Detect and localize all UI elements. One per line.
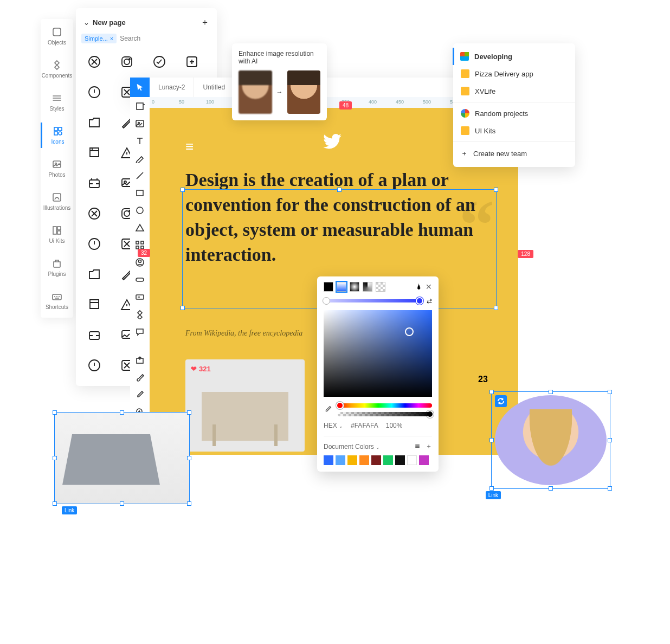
svg-rect-33 [137, 103, 143, 110]
fill-angular[interactable] [363, 282, 372, 292]
grid-icon[interactable] [149, 51, 170, 73]
rail-components[interactable]: Components [41, 56, 73, 82]
search-input[interactable] [120, 35, 211, 42]
hamburger-icon[interactable]: ≡ [185, 138, 195, 155]
grid-icon[interactable] [83, 203, 105, 224]
linked-avatar[interactable] [491, 391, 610, 489]
grid-icon[interactable] [83, 112, 105, 133]
add-page-button[interactable]: ＋ [201, 17, 209, 28]
swatch[interactable] [347, 455, 357, 465]
swatch-row [324, 455, 432, 465]
grid-icon[interactable] [83, 294, 105, 315]
input-tool-icon[interactable] [134, 291, 146, 303]
hex-value[interactable]: #FAFAFA [351, 422, 378, 429]
artboard-tool-icon[interactable] [134, 100, 146, 112]
grid-icon[interactable] [83, 172, 105, 194]
svg-rect-11 [53, 294, 61, 300]
close-icon[interactable]: ✕ [426, 282, 432, 291]
hue-slider[interactable] [338, 403, 432, 408]
rect-tool-icon[interactable] [134, 187, 146, 199]
gradient-stop-slider[interactable] [324, 299, 422, 302]
after-image [287, 70, 321, 114]
eyedrop-tool-icon[interactable] [134, 389, 146, 401]
team-item[interactable]: Random projects [453, 105, 575, 122]
grid-icon[interactable] [83, 355, 105, 376]
image-tool-icon[interactable] [134, 118, 146, 130]
team-item[interactable]: XVLife [453, 82, 575, 100]
grid-icon[interactable] [116, 51, 138, 73]
page-title[interactable]: New page [93, 18, 126, 27]
pen-tool-icon[interactable] [134, 152, 146, 164]
rail-shortcuts[interactable]: Shortcuts [41, 288, 73, 313]
color-picker: 🌢 ✕ ⇄ HEX ⌄ #FAFAFA 100% Document Colors… [317, 276, 439, 472]
filter-chip[interactable]: Simple...× [81, 34, 117, 43]
swap-icon[interactable]: ⇄ [427, 297, 432, 305]
tab-app[interactable]: Lunacy-2 [150, 78, 194, 97]
grid-icon[interactable] [83, 51, 105, 73]
alpha-value[interactable]: 100% [386, 422, 403, 429]
rail-plugins[interactable]: Plugins [41, 255, 73, 280]
swatch[interactable] [324, 455, 333, 465]
triangle-tool-icon[interactable] [134, 222, 146, 234]
grid-icon[interactable] [83, 233, 105, 255]
svg-point-35 [138, 123, 140, 124]
team-item[interactable]: Pizza Delivery app [453, 65, 575, 82]
avatar-tool-icon[interactable] [134, 256, 146, 268]
swatch[interactable] [359, 455, 369, 465]
fill-linear[interactable] [337, 282, 346, 292]
oval-tool-icon[interactable] [134, 204, 146, 216]
team-heading[interactable]: Developing [453, 48, 575, 65]
chevron-down-icon[interactable]: ⌄ [83, 18, 89, 27]
close-icon[interactable]: × [110, 35, 113, 42]
swatch[interactable] [371, 455, 381, 465]
swatch[interactable] [407, 455, 417, 465]
line-tool-icon[interactable] [134, 170, 146, 182]
tab-doc[interactable]: Untitled [194, 78, 234, 97]
swatch[interactable] [383, 455, 393, 465]
grid-icon[interactable] [83, 263, 105, 285]
add-swatch-icon[interactable]: ＋ [426, 442, 432, 451]
svg-point-43 [139, 260, 141, 263]
brush-tool-icon[interactable] [134, 371, 146, 383]
teams-dropdown: Developing Pizza Delivery app XVLife Ran… [453, 43, 575, 167]
text-tool-icon[interactable] [134, 135, 146, 147]
fill-pattern[interactable] [376, 282, 385, 292]
grid-icon[interactable] [181, 51, 203, 73]
list-view-icon[interactable]: ≣ [415, 442, 420, 451]
eyedropper-icon[interactable] [324, 405, 333, 415]
ink-icon[interactable]: 🌢 [416, 283, 422, 291]
swatch[interactable] [395, 455, 405, 465]
image-card[interactable]: ❤321 [185, 359, 305, 452]
button-tool-icon[interactable] [134, 274, 146, 286]
alpha-slider[interactable] [338, 412, 432, 416]
rail-illustrations[interactable]: Illustrations [41, 189, 73, 214]
diamond-tool-icon[interactable] [134, 308, 146, 320]
saturation-field[interactable] [324, 310, 432, 397]
grid-icon[interactable] [83, 324, 105, 346]
rail-uikits[interactable]: Ui Kits [41, 222, 73, 247]
svg-point-14 [124, 59, 130, 65]
fill-radial[interactable] [350, 282, 359, 292]
rail-photos[interactable]: Photos [41, 156, 73, 181]
pointer-tool[interactable] [130, 78, 150, 97]
rail-styles[interactable]: Styles [41, 89, 73, 115]
rail-objects[interactable]: Objects [41, 23, 73, 49]
svg-rect-44 [136, 278, 144, 281]
swatch[interactable] [336, 455, 345, 465]
team-item[interactable]: UI Kits [453, 122, 575, 139]
swatch[interactable] [419, 455, 429, 465]
rail-icons[interactable]: Icons [41, 123, 73, 148]
refresh-icon[interactable] [495, 395, 507, 407]
doc-colors-label[interactable]: Document Colors ⌄ [324, 443, 380, 450]
citation-text[interactable]: From Wikipedia, the free encyclopedia [185, 329, 302, 338]
svg-rect-36 [137, 190, 143, 196]
fill-solid[interactable] [324, 282, 333, 292]
hex-mode[interactable]: HEX ⌄ [324, 422, 343, 429]
grid-icon[interactable] [83, 142, 105, 164]
linked-image-laptop[interactable] [54, 412, 190, 504]
grid-icon[interactable] [83, 81, 105, 103]
create-team-button[interactable]: ＋Create new team [453, 144, 575, 163]
export-tool-icon[interactable] [134, 354, 146, 366]
comment-tool-icon[interactable] [134, 326, 146, 338]
like-count: ❤321 [191, 365, 211, 373]
